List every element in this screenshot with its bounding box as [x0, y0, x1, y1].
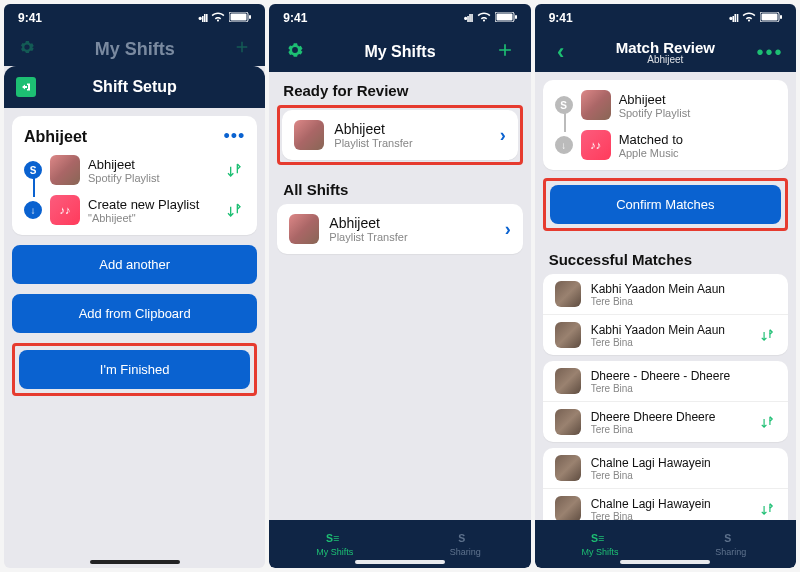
all-shift-item[interactable]: Abhijeet Playlist Transfer › — [277, 204, 522, 254]
track-artist: Tere Bina — [591, 337, 748, 348]
gear-icon — [18, 38, 36, 60]
shift-card: Abhijeet ••• S Abhijeet Spotify Playlist… — [12, 116, 257, 235]
tab-label: My Shifts — [581, 547, 618, 557]
add-clipboard-button[interactable]: Add from Clipboard — [12, 294, 257, 333]
source-row[interactable]: S Abhijeet Spotify Playlist — [24, 155, 245, 185]
source-dest-card: S Abhijeet Spotify Playlist ↓ Matched to… — [543, 80, 788, 170]
status-icons — [729, 11, 782, 25]
source-row: S Abhijeet Spotify Playlist — [555, 90, 776, 120]
navbar-title: My Shifts — [309, 43, 490, 61]
tab-label: Sharing — [715, 547, 746, 557]
add-button[interactable] — [491, 40, 519, 64]
album-thumb — [555, 455, 581, 481]
chevron-right-icon: › — [500, 125, 506, 146]
playlist-thumb — [289, 214, 319, 244]
svg-rect-4 — [496, 14, 512, 21]
chevron-right-icon: › — [505, 219, 511, 240]
album-thumb — [555, 496, 581, 520]
navbar: ‹ Match Review Abhijeet ••• — [535, 32, 796, 72]
section-success-label: Successful Matches — [535, 241, 796, 274]
match-pair: Dheere - Dheere - DheereTere Bina Dheere… — [543, 361, 788, 442]
track-title: Chalne Lagi Hawayein — [591, 456, 776, 470]
sheet-header: Shift Setup — [4, 66, 265, 108]
screen2-content: Ready for Review Abhijeet Playlist Trans… — [269, 72, 530, 520]
arrow-down-badge-icon: ↓ — [24, 201, 42, 219]
source-title: Abhijeet — [88, 157, 215, 172]
album-thumb — [555, 368, 581, 394]
home-indicator — [355, 560, 445, 564]
screen1-content: Abhijeet ••• S Abhijeet Spotify Playlist… — [4, 108, 265, 568]
source-subtitle: Spotify Playlist — [88, 172, 215, 184]
plus-icon — [233, 38, 251, 60]
svg-text:S≡: S≡ — [591, 532, 604, 544]
playlist-thumb — [50, 155, 80, 185]
back-button[interactable]: ‹ — [547, 39, 575, 65]
sheet-title: Shift Setup — [92, 78, 176, 96]
more-button[interactable]: ••• — [756, 41, 784, 64]
match-row[interactable]: Kabhi Yaadon Mein AaunTere Bina — [543, 274, 788, 314]
track-title: Chalne Lagi Hawayein — [591, 497, 748, 511]
status-icons — [198, 11, 251, 25]
track-title: Dheere Dheere Dheere — [591, 410, 748, 424]
edit-icon[interactable] — [223, 199, 245, 221]
navbar-subtitle: Abhijeet — [647, 54, 683, 65]
add-another-button[interactable]: Add another — [12, 245, 257, 284]
back-square-icon[interactable] — [16, 77, 36, 97]
section-all-label: All Shifts — [269, 171, 530, 204]
background-nav: My Shifts — [4, 32, 265, 66]
apple-music-icon — [581, 130, 611, 160]
track-title: Kabhi Yaadon Mein Aaun — [591, 323, 748, 337]
status-bar: 9:41 — [269, 4, 530, 32]
album-thumb — [555, 322, 581, 348]
signal-icon — [729, 11, 738, 25]
ready-shift-item[interactable]: Abhijeet Playlist Transfer › — [282, 110, 517, 160]
edit-icon[interactable] — [758, 326, 776, 344]
wifi-icon — [477, 11, 491, 25]
battery-icon — [229, 11, 251, 25]
item-subtitle: Playlist Transfer — [329, 231, 494, 243]
dest-row[interactable]: ↓ Create new Playlist "Abhijeet" — [24, 195, 245, 225]
match-row[interactable]: Dheere Dheere DheereTere Bina — [543, 401, 788, 442]
svg-rect-10 — [780, 15, 782, 19]
more-icon[interactable]: ••• — [223, 126, 245, 147]
match-row[interactable]: Chalne Lagi HawayeinTere Bina — [543, 448, 788, 488]
source-subtitle: Spotify Playlist — [619, 107, 776, 119]
wifi-icon — [211, 11, 225, 25]
match-row[interactable]: Chalne Lagi HawayeinTere Bina — [543, 488, 788, 520]
status-icons — [464, 11, 517, 25]
svg-rect-1 — [231, 14, 247, 21]
playlist-thumb — [294, 120, 324, 150]
confirm-matches-button[interactable]: Confirm Matches — [550, 185, 781, 224]
track-artist: Tere Bina — [591, 383, 776, 394]
signal-icon — [198, 11, 207, 25]
track-artist: Tere Bina — [591, 296, 776, 307]
tab-label: My Shifts — [316, 547, 353, 557]
track-artist: Tere Bina — [591, 511, 748, 521]
edit-icon[interactable] — [758, 413, 776, 431]
home-indicator — [90, 560, 180, 564]
wifi-icon — [742, 11, 756, 25]
dest-subtitle: "Abhijeet" — [88, 212, 215, 224]
status-bar: 9:41 — [535, 4, 796, 32]
edit-icon[interactable] — [223, 159, 245, 181]
album-thumb — [555, 409, 581, 435]
dest-title: Matched to — [619, 132, 776, 147]
album-thumb — [555, 281, 581, 307]
section-ready-label: Ready for Review — [269, 72, 530, 105]
dest-row: ↓ Matched to Apple Music — [555, 130, 776, 160]
source-title: Abhijeet — [619, 92, 776, 107]
background-title: My Shifts — [36, 39, 233, 60]
match-row[interactable]: Kabhi Yaadon Mein AaunTere Bina — [543, 314, 788, 355]
screen3-content: S Abhijeet Spotify Playlist ↓ Matched to… — [535, 72, 796, 520]
finished-button[interactable]: I'm Finished — [19, 350, 250, 389]
header-area: 9:41 My Shifts — [269, 4, 530, 72]
match-row[interactable]: Dheere - Dheere - DheereTere Bina — [543, 361, 788, 401]
settings-button[interactable] — [281, 40, 309, 64]
svg-rect-2 — [249, 15, 251, 19]
svg-rect-9 — [761, 14, 777, 21]
highlight-finished: I'm Finished — [12, 343, 257, 396]
item-subtitle: Playlist Transfer — [334, 137, 489, 149]
track-artist: Tere Bina — [591, 470, 776, 481]
edit-icon[interactable] — [758, 500, 776, 518]
match-pair: Kabhi Yaadon Mein AaunTere Bina Kabhi Ya… — [543, 274, 788, 355]
